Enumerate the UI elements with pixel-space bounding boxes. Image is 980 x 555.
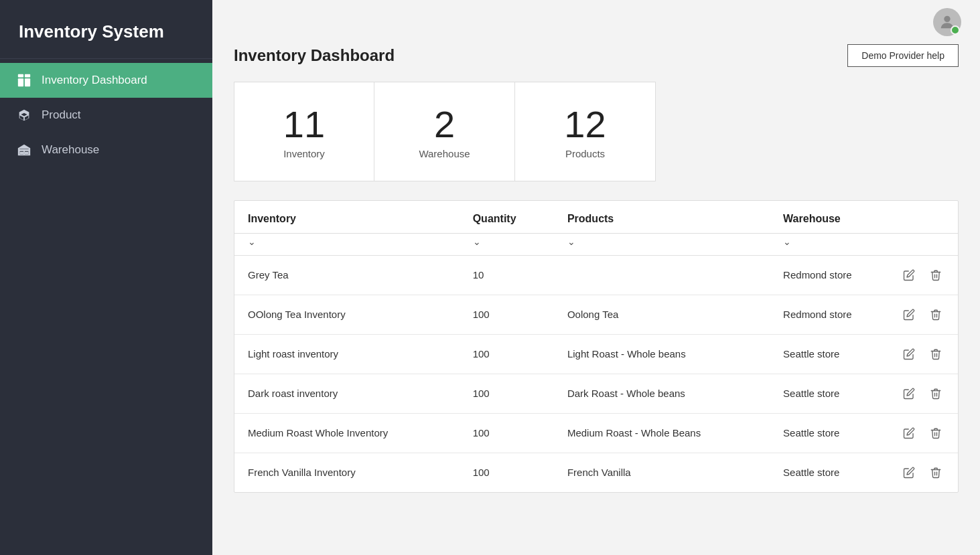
filter-warehouse-btn[interactable]: ⌄ xyxy=(783,236,791,247)
cell-warehouse: Seattle store xyxy=(770,453,958,492)
stat-label-products: Products xyxy=(565,148,605,159)
stat-card-inventory: 11 Inventory xyxy=(234,82,374,181)
action-cell xyxy=(900,268,944,283)
cell-warehouse: Seattle store xyxy=(770,414,958,453)
cell-quantity: 100 xyxy=(460,295,554,334)
svg-rect-3 xyxy=(25,78,30,86)
warehouse-icon xyxy=(16,142,32,158)
svg-rect-2 xyxy=(18,78,23,86)
table-header-row: Inventory Quantity Products Warehouse xyxy=(234,201,958,234)
cell-products xyxy=(554,255,770,295)
action-cell xyxy=(900,465,944,480)
sidebar-item-product-label: Product xyxy=(42,108,81,122)
edit-button[interactable] xyxy=(900,347,918,362)
cell-quantity: 10 xyxy=(460,255,554,295)
cell-warehouse: Seattle store xyxy=(770,335,958,374)
cell-inventory: Light roast inventory xyxy=(234,334,460,374)
dashboard-icon xyxy=(16,72,32,88)
svg-marker-6 xyxy=(18,145,30,149)
avatar[interactable] xyxy=(933,8,961,36)
sidebar-nav: Inventory Dashboard Product Warehouse xyxy=(0,59,212,167)
cell-inventory: French Vanilla Inventory xyxy=(234,453,460,492)
cell-products: Dark Roast - Whole beans xyxy=(554,374,770,413)
main-content: Inventory Dashboard Demo Provider help 1… xyxy=(212,0,980,555)
sidebar-item-warehouse-label: Warehouse xyxy=(42,143,99,157)
edit-button[interactable] xyxy=(900,386,918,401)
demo-help-button[interactable]: Demo Provider help xyxy=(847,44,959,67)
delete-button[interactable] xyxy=(927,465,944,480)
content-area: Inventory Dashboard Demo Provider help 1… xyxy=(212,44,980,514)
stat-label-inventory: Inventory xyxy=(283,148,325,159)
sidebar: Inventory System Inventory Dashboard Pr xyxy=(0,0,212,555)
cell-warehouse: Seattle store xyxy=(770,374,958,413)
filter-products-btn[interactable]: ⌄ xyxy=(567,236,575,247)
svg-rect-1 xyxy=(25,74,30,78)
cell-inventory: OOlong Tea Inventory xyxy=(234,295,460,334)
stat-number-inventory: 11 xyxy=(283,104,325,145)
table-filter-row: ⌄ ⌄ ⌄ ⌄ xyxy=(234,233,958,255)
delete-button[interactable] xyxy=(927,268,944,283)
table-row: OOlong Tea Inventory100Oolong TeaRedmond… xyxy=(234,295,958,334)
col-header-warehouse: Warehouse xyxy=(770,201,958,234)
cell-inventory: Dark roast inventory xyxy=(234,374,460,413)
svg-rect-4 xyxy=(20,152,23,155)
edit-button[interactable] xyxy=(900,465,918,480)
cell-products: Light Roast - Whole beans xyxy=(554,334,770,374)
sidebar-item-dashboard-label: Inventory Dashboard xyxy=(42,74,147,87)
col-header-products: Products xyxy=(554,201,770,234)
inventory-table-container: Inventory Quantity Products Warehouse xyxy=(234,200,959,493)
cell-warehouse: Redmond store xyxy=(770,295,958,334)
svg-rect-0 xyxy=(18,74,23,78)
cell-quantity: 100 xyxy=(460,413,554,453)
stat-number-warehouse: 2 xyxy=(434,104,455,145)
filter-quantity-btn[interactable]: ⌄ xyxy=(473,236,481,247)
edit-button[interactable] xyxy=(900,268,918,283)
action-cell xyxy=(900,386,944,401)
edit-button[interactable] xyxy=(900,426,918,441)
cell-inventory: Medium Roast Whole Inventory xyxy=(234,413,460,453)
stat-card-products: 12 Products xyxy=(515,82,656,181)
stat-label-warehouse: Warehouse xyxy=(419,148,470,159)
stat-card-warehouse: 2 Warehouse xyxy=(374,82,515,181)
table-row: French Vanilla Inventory100French Vanill… xyxy=(234,453,958,492)
table-row: Medium Roast Whole Inventory100Medium Ro… xyxy=(234,413,958,453)
page-header: Inventory Dashboard Demo Provider help xyxy=(234,44,959,67)
cell-products: Medium Roast - Whole Beans xyxy=(554,413,770,453)
app-title: Inventory System xyxy=(0,0,212,59)
cell-warehouse: Redmond store xyxy=(770,256,958,295)
table-row: Dark roast inventory100Dark Roast - Whol… xyxy=(234,374,958,413)
cell-quantity: 100 xyxy=(460,334,554,374)
col-header-quantity: Quantity xyxy=(460,201,554,234)
svg-rect-5 xyxy=(25,152,28,155)
edit-button[interactable] xyxy=(900,307,918,322)
cell-quantity: 100 xyxy=(460,374,554,413)
inventory-table: Inventory Quantity Products Warehouse xyxy=(234,201,958,492)
svg-point-7 xyxy=(944,16,950,22)
action-cell xyxy=(900,426,944,441)
sidebar-item-warehouse[interactable]: Warehouse xyxy=(0,133,212,167)
table-body: Grey Tea10Redmond storeOOlong Tea Invent… xyxy=(234,255,958,492)
action-cell xyxy=(900,307,944,322)
cell-products: French Vanilla xyxy=(554,453,770,492)
action-cell xyxy=(900,347,944,362)
cell-inventory: Grey Tea xyxy=(234,255,460,295)
stats-row: 11 Inventory 2 Warehouse 12 Products xyxy=(234,82,959,181)
delete-button[interactable] xyxy=(927,347,944,362)
stat-number-products: 12 xyxy=(564,104,606,145)
page-title: Inventory Dashboard xyxy=(234,46,395,65)
delete-button[interactable] xyxy=(927,386,944,401)
sidebar-item-dashboard[interactable]: Inventory Dashboard xyxy=(0,63,212,98)
filter-inventory-btn[interactable]: ⌄ xyxy=(248,236,256,247)
sidebar-item-product[interactable]: Product xyxy=(0,98,212,133)
delete-button[interactable] xyxy=(927,426,944,441)
cell-products: Oolong Tea xyxy=(554,295,770,334)
table-row: Grey Tea10Redmond store xyxy=(234,255,958,295)
product-icon xyxy=(16,107,32,123)
topbar xyxy=(212,0,980,44)
cell-quantity: 100 xyxy=(460,453,554,492)
table-row: Light roast inventory100Light Roast - Wh… xyxy=(234,334,958,374)
col-header-inventory: Inventory xyxy=(234,201,460,234)
delete-button[interactable] xyxy=(927,307,944,322)
